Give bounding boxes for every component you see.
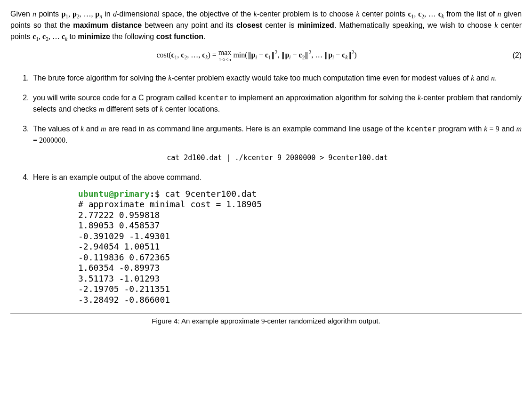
min-text: min [233, 51, 245, 59]
k-equals-9: k = 9 [484, 125, 500, 133]
text: -dimensional space, the objective of the [117, 10, 254, 18]
center-list: c1, c2, … ck [408, 10, 444, 18]
max-text: max [218, 49, 232, 57]
text: to [67, 32, 78, 40]
figure-separator [10, 314, 522, 314]
terminal-line: -0.391029 -1.49301 [78, 231, 170, 241]
intro-paragraph: Given n points p1, p2, …, pn in d-dimens… [10, 8, 522, 42]
terminal-line: 2.77222 0.959818 [78, 210, 160, 220]
text: to implement an approximation algorithm … [228, 94, 418, 102]
terminal-command: cat 9center100.dat [165, 189, 257, 199]
terminal-line: -0.119836 0.672365 [78, 252, 170, 262]
bold-cost-function: cost function [156, 32, 203, 40]
prompt-colon: : [150, 189, 155, 199]
terminal-line: -2.19705 -0.211351 [78, 284, 170, 294]
var-n: n [491, 74, 495, 82]
terminal-line: -3.28492 -0.866001 [78, 295, 170, 305]
var-m: m [101, 125, 106, 133]
terminal-line: -2.94054 1.00511 [78, 242, 160, 251]
text: different sets of [104, 105, 160, 113]
text: -center problem is to choose [257, 10, 356, 18]
text: -center problem exactly would take too m… [171, 74, 471, 82]
ordered-list: The brute force algorithm for solving th… [10, 73, 522, 305]
max-sub: 1≤i≤n [218, 57, 232, 62]
list-item-3: The values of k and m are read in as com… [31, 123, 522, 163]
bold-minimize: minimize [78, 32, 110, 40]
center-list-2: c1, c2, … ck [32, 32, 67, 40]
equation-number: (2) [503, 50, 522, 61]
text: . [203, 32, 205, 40]
text: points [36, 10, 61, 18]
text: and [84, 125, 101, 133]
command-line-example: cat 2d100.dat | ./kcenter 9 2000000 > 9c… [33, 153, 522, 163]
bold-closest: closest [236, 21, 262, 29]
point-list: p1, p2, …, pn [61, 10, 102, 18]
text: Given [10, 10, 32, 18]
code-kcenter: kcenter [406, 125, 436, 133]
text: The values of [33, 125, 81, 133]
text: -center randomized algorithm output. [265, 317, 380, 325]
text: in [102, 10, 113, 18]
cost-equation: cost(c1, c2, …, ck) = max1≤i≤n min(‖pi −… [10, 49, 522, 62]
list-item-4: Here is an example output of the above c… [31, 172, 522, 306]
list-item-1: The brute force algorithm for solving th… [31, 73, 522, 84]
text: The brute force algorithm for solving th… [33, 74, 168, 82]
terminal-output: ubuntu@primary:$ cat 9center100.dat # ap… [78, 189, 522, 306]
text: and [474, 74, 491, 82]
text: are read in as command line arguments. H… [106, 125, 406, 133]
terminal-line: 1.89053 0.458537 [78, 220, 160, 230]
var-n: n [32, 10, 36, 18]
text: center is [262, 21, 298, 29]
text: you will write source code for a C progr… [33, 94, 198, 102]
text: center points [359, 10, 408, 18]
equation-body: cost(c1, c2, …, ck) = max1≤i≤n min(‖pi −… [10, 49, 503, 62]
var-k: k [254, 10, 257, 18]
text: the following [110, 32, 156, 40]
prompt-user: ubuntu@primary [78, 189, 150, 199]
text: between any point and its [142, 21, 236, 29]
text: . [495, 74, 497, 82]
text: Here is an example output of the above c… [33, 173, 202, 181]
text: from the list of [444, 10, 498, 18]
equals: = [210, 51, 218, 59]
bold-minimized: minimized [298, 21, 334, 29]
var-m: m [99, 105, 105, 113]
figure-caption: Figure 4: An example approximate 9-cente… [10, 316, 522, 327]
text: . [65, 136, 67, 144]
text: . Mathematically speaking, we wish to ch… [334, 21, 494, 29]
terminal-line: 1.60354 -0.89973 [78, 263, 160, 273]
prompt-dollar: $ [155, 189, 165, 199]
cost-label: cost [156, 51, 169, 59]
bold-max-distance: maximum distance [73, 21, 142, 29]
list-item-2: you will write source code for a C progr… [31, 92, 522, 115]
terminal-line: # approximate minimal cost = 1.18905 [78, 199, 262, 209]
text: center locations. [163, 105, 220, 113]
code-kcenter: kcenter [198, 94, 228, 102]
max-operator: max1≤i≤n [218, 49, 232, 62]
text: and [500, 125, 516, 133]
text: Figure 4: An example approximate [152, 317, 261, 325]
terminal-line: 3.51173 -1.01293 [78, 274, 160, 283]
var-n: n [498, 10, 501, 18]
text: program with [436, 125, 484, 133]
var-d: d [113, 10, 117, 18]
